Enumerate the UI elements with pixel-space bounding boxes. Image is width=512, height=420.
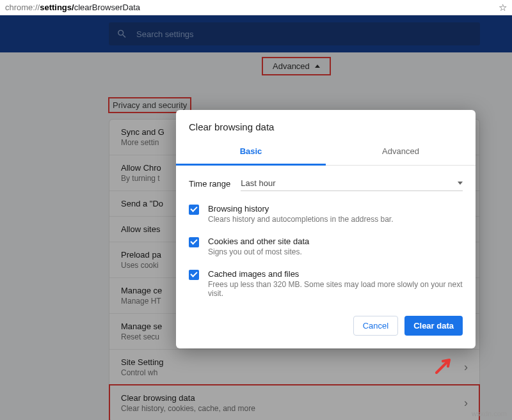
cancel-button[interactable]: Cancel bbox=[353, 316, 398, 336]
search-input[interactable] bbox=[136, 29, 472, 39]
annotation-arrow-icon bbox=[435, 355, 457, 377]
row-subtitle: Clear history, cookies, cache, and more bbox=[121, 404, 464, 413]
clear-browsing-data-dialog: Clear browsing data Basic Advanced Time … bbox=[176, 110, 476, 348]
clear-data-button[interactable]: Clear data bbox=[404, 316, 463, 336]
option-title: Cached images and files bbox=[208, 269, 463, 279]
chevron-right-icon: › bbox=[464, 396, 468, 410]
time-range-value: Last hour bbox=[241, 178, 275, 188]
watermark: wsxdn.com bbox=[472, 410, 507, 417]
checkbox-cache[interactable] bbox=[189, 270, 199, 280]
option-title: Cookies and other site data bbox=[208, 237, 309, 246]
dialog-tabs: Basic Advanced bbox=[176, 140, 476, 166]
tab-advanced[interactable]: Advanced bbox=[326, 140, 476, 165]
time-range-select[interactable]: Last hour bbox=[241, 176, 463, 191]
row-subtitle: Control wh bbox=[121, 368, 464, 377]
settings-header bbox=[0, 15, 512, 52]
advanced-section-toggle[interactable]: Advanced bbox=[262, 58, 330, 75]
checkbox-cookies[interactable] bbox=[189, 237, 199, 247]
dialog-title: Clear browsing data bbox=[176, 110, 476, 140]
advanced-label: Advanced bbox=[273, 61, 310, 71]
row-title: Clear browsing data bbox=[121, 393, 464, 403]
url-path: clearBrowserData bbox=[74, 3, 140, 12]
bookmark-star-icon[interactable]: ☆ bbox=[499, 2, 507, 13]
option-title: Browsing history bbox=[208, 204, 394, 214]
url-host: settings/ bbox=[40, 3, 74, 12]
search-settings-field[interactable] bbox=[109, 22, 480, 45]
url-scheme: chrome:// bbox=[5, 3, 40, 12]
option-desc: Signs you out of most sites. bbox=[208, 247, 309, 256]
chevron-down-icon bbox=[458, 182, 463, 185]
time-range-label: Time range bbox=[189, 179, 230, 189]
tab-basic[interactable]: Basic bbox=[176, 140, 326, 166]
option-desc: Frees up less than 320 MB. Some sites ma… bbox=[208, 280, 463, 298]
search-icon bbox=[116, 28, 127, 40]
row-title: Site Setting bbox=[121, 357, 464, 367]
chevron-up-icon bbox=[315, 65, 320, 68]
checkbox-browsing-history[interactable] bbox=[189, 205, 199, 215]
address-bar[interactable]: chrome://settings/clearBrowserData ☆ bbox=[0, 0, 512, 15]
settings-row-clear-data[interactable]: Clear browsing dataClear history, cookie… bbox=[109, 385, 479, 420]
option-desc: Clears history and autocompletions in th… bbox=[208, 215, 394, 224]
settings-row-site-settings[interactable]: Site SettingControl wh › bbox=[109, 349, 479, 385]
chevron-right-icon: › bbox=[464, 361, 468, 374]
